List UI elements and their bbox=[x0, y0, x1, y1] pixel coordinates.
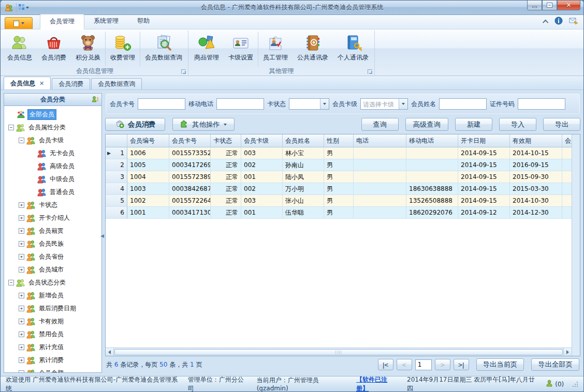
scrollbar-thumb[interactable] bbox=[114, 349, 563, 355]
close-tab-icon[interactable]: ✕ bbox=[39, 80, 44, 87]
column-header[interactable]: 会员卡号 bbox=[169, 134, 211, 147]
horizontal-scrollbar[interactable] bbox=[106, 348, 572, 356]
column-header[interactable]: 性别 bbox=[324, 134, 354, 147]
table-row[interactable]: 210050003417269正常002孙南山男2014-09-152016-0… bbox=[106, 159, 572, 171]
scroll-left-button[interactable] bbox=[106, 348, 114, 356]
ribbon-button[interactable]: 会员信息 bbox=[3, 32, 37, 67]
collapse-panel-arrow[interactable]: ◀ bbox=[100, 233, 104, 238]
member-card-no-input[interactable] bbox=[138, 98, 185, 110]
id-number-input[interactable] bbox=[518, 98, 565, 110]
other-operations-dropdown[interactable]: 其他操作 bbox=[172, 118, 234, 131]
column-header[interactable]: 会员姓名 bbox=[283, 134, 324, 147]
tree-item[interactable]: 中级会员 bbox=[4, 173, 101, 186]
column-header[interactable]: 电话 bbox=[354, 134, 406, 147]
expand-icon[interactable]: + bbox=[19, 370, 24, 373]
column-header[interactable]: 会员编号 bbox=[127, 134, 169, 147]
mobile-phone-input[interactable] bbox=[216, 98, 264, 110]
first-page-button[interactable]: |< bbox=[378, 359, 393, 370]
expand-icon[interactable]: + bbox=[19, 357, 24, 363]
next-page-button[interactable]: > bbox=[435, 359, 450, 370]
export-button[interactable]: 导出 bbox=[543, 118, 580, 131]
query-button[interactable]: 查询 bbox=[361, 118, 399, 131]
expand-icon[interactable]: + bbox=[19, 293, 24, 298]
tree-item[interactable]: +禁用会员 bbox=[4, 328, 101, 341]
expand-icon[interactable]: + bbox=[19, 202, 24, 208]
prev-page-button[interactable]: < bbox=[397, 359, 412, 370]
tree-item[interactable]: +会员城市 bbox=[4, 263, 101, 276]
expand-icon[interactable]: + bbox=[19, 306, 24, 311]
doc-tab-2[interactable]: 会员消费 bbox=[52, 78, 90, 89]
tree-item[interactable]: −会员属性分类 bbox=[4, 121, 101, 134]
tree-item[interactable]: +会员余额 bbox=[4, 367, 101, 373]
doc-tab-1[interactable]: 会员信息✕ bbox=[4, 77, 51, 89]
tree-item[interactable]: −会员状态分类 bbox=[4, 276, 101, 289]
expand-icon[interactable]: + bbox=[19, 254, 24, 260]
tree-item[interactable]: +开卡介绍人 bbox=[4, 212, 101, 224]
tree-item[interactable]: −会员卡级 bbox=[4, 134, 101, 147]
feedback-mail-icon[interactable] bbox=[569, 17, 578, 26]
tree-item[interactable]: +最后消费日期 bbox=[4, 302, 101, 315]
tree-item[interactable]: 无卡会员 bbox=[4, 147, 101, 160]
last-page-button[interactable]: >| bbox=[454, 359, 469, 370]
expand-icon[interactable]: + bbox=[19, 267, 24, 273]
column-header[interactable]: 开卡日期 bbox=[458, 134, 510, 147]
tree-item[interactable]: +会员民族 bbox=[4, 237, 101, 250]
export-all-pages-button[interactable]: 导出全部页 bbox=[531, 358, 579, 371]
tree-item[interactable]: +累计充值 bbox=[4, 341, 101, 354]
member-consume-button[interactable]: 会员消费 bbox=[105, 118, 165, 131]
dialog-launcher-icon[interactable] bbox=[368, 69, 372, 74]
ribbon-button[interactable]: 商品管理 bbox=[189, 32, 224, 67]
category-settings-icon[interactable] bbox=[92, 96, 99, 104]
software-registered-link[interactable]: 【软件已注册】 bbox=[356, 375, 399, 392]
ribbon-tab-3[interactable]: 帮助 bbox=[128, 14, 159, 29]
expand-icon[interactable]: + bbox=[19, 241, 24, 247]
ribbon-button[interactable]: 个人通讯录 bbox=[333, 32, 373, 67]
new-button[interactable]: 新建 bbox=[455, 118, 492, 131]
expand-icon[interactable]: + bbox=[19, 319, 24, 324]
ribbon-tab-2[interactable]: 系统管理 bbox=[84, 14, 128, 29]
resize-grip-icon[interactable] bbox=[572, 381, 578, 387]
ribbon-tab-1[interactable]: 会员管理 bbox=[40, 14, 84, 29]
card-status-select[interactable] bbox=[289, 98, 329, 110]
tree-item[interactable]: +会员籍贯 bbox=[4, 224, 101, 237]
table-row[interactable]: 310040015572389正常001陆小凤男2014-09-152015-0… bbox=[106, 171, 572, 183]
vertical-scrollbar[interactable] bbox=[572, 134, 580, 356]
column-header[interactable] bbox=[106, 134, 127, 147]
tree-item[interactable]: +卡有效期 bbox=[4, 315, 101, 328]
ribbon-button[interactable]: 收费管理 bbox=[105, 32, 140, 67]
info-icon[interactable] bbox=[554, 17, 563, 26]
tree-item[interactable]: +卡状态 bbox=[4, 199, 101, 212]
tree-item[interactable]: 高级会员 bbox=[4, 160, 101, 173]
page-number-input[interactable] bbox=[415, 359, 432, 370]
table-row[interactable]: ▶110060015573352正常003林小宝男2014-09-152014-… bbox=[106, 147, 572, 159]
ribbon-button[interactable]: 会员消费 bbox=[37, 32, 71, 67]
close-button[interactable]: ✕ bbox=[557, 1, 580, 10]
minimize-button[interactable] bbox=[527, 1, 542, 10]
import-button[interactable]: 导入 bbox=[499, 118, 536, 131]
expand-icon[interactable]: + bbox=[19, 228, 24, 234]
maximize-button[interactable] bbox=[542, 1, 557, 10]
collapse-ribbon-icon[interactable] bbox=[543, 19, 548, 25]
ribbon-button[interactable]: 员工管理 bbox=[258, 32, 293, 67]
advanced-query-button[interactable]: 高级查询 bbox=[405, 118, 448, 131]
table-row[interactable]: 410030003842687正常002万小明男186306388882014-… bbox=[106, 183, 572, 195]
column-header[interactable]: 会员 bbox=[562, 134, 572, 147]
ribbon-button[interactable]: 公共通讯录 bbox=[293, 32, 333, 67]
column-header[interactable]: 会员卡级 bbox=[241, 134, 283, 147]
card-level-select[interactable]: 请选择卡级 bbox=[360, 98, 408, 110]
table-row[interactable]: 610010003417130正常001伍华聪男186202920762014-… bbox=[106, 207, 572, 219]
ribbon-button[interactable]: 会员数据查询 bbox=[140, 32, 187, 67]
dialog-launcher-icon[interactable] bbox=[181, 69, 186, 74]
ribbon-button[interactable]: 积分兑换 bbox=[71, 32, 105, 67]
combo-dropdown-button[interactable] bbox=[399, 99, 407, 109]
application-menu-button[interactable] bbox=[5, 17, 33, 29]
expand-icon[interactable]: + bbox=[19, 344, 24, 350]
tree-item[interactable]: +新增会员 bbox=[4, 289, 101, 302]
tree-item[interactable]: 全部会员 bbox=[4, 108, 101, 121]
member-name-input[interactable] bbox=[439, 98, 487, 110]
column-header[interactable]: 有效期 bbox=[510, 134, 562, 147]
table-row[interactable]: 510020015572264正常003张小山男135265088882014-… bbox=[106, 195, 572, 207]
export-current-page-button[interactable]: 导出当前页 bbox=[476, 358, 524, 371]
tree-item[interactable]: 普通会员 bbox=[4, 186, 101, 199]
doc-tab-3[interactable]: 会员数据查询 bbox=[91, 78, 142, 89]
